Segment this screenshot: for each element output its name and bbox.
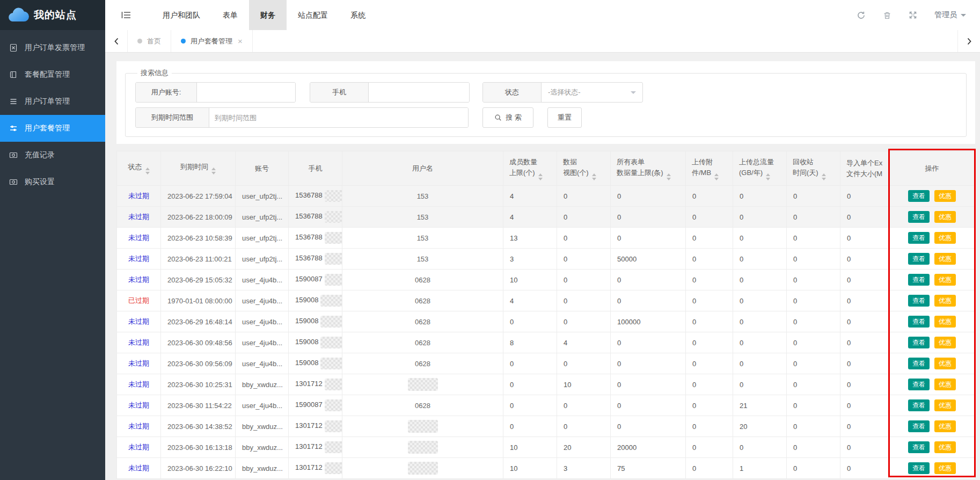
cell-expire: 2023-06-22 17:59:04 (161, 186, 236, 207)
table-row: 未过期2023-06-23 11:00:21user_ufp2tj...1536… (117, 249, 976, 270)
daterange-input[interactable] (209, 108, 468, 127)
nav-tab-2[interactable]: 表单 (211, 0, 249, 30)
sort-icon[interactable] (766, 173, 770, 180)
status-select[interactable]: -选择状态- (542, 83, 642, 102)
view-button[interactable]: 查看 (908, 420, 930, 432)
view-button[interactable]: 查看 (908, 295, 930, 307)
discount-button[interactable]: 优惠 (934, 399, 956, 411)
cell-expire: 2023-06-30 10:25:31 (161, 374, 236, 395)
page-tab-1[interactable]: 首页 (128, 30, 171, 52)
col-header-traffic[interactable]: 上传总流量(GB/年) (733, 151, 787, 186)
page-tab-2[interactable]: 用户套餐管理× (171, 30, 253, 52)
status-field-group: 状态 -选择状态- (482, 82, 643, 103)
discount-button[interactable]: 优惠 (934, 274, 956, 286)
nav-tab-4[interactable]: 站点配置 (287, 0, 339, 30)
cell-username (342, 374, 503, 395)
view-button[interactable]: 查看 (908, 337, 930, 348)
phone-text: 159008 (295, 296, 318, 304)
view-button[interactable]: 查看 (908, 190, 930, 202)
sort-icon[interactable] (667, 173, 671, 180)
view-button[interactable]: 查看 (908, 358, 930, 369)
page-tab-label: 首页 (147, 37, 161, 46)
cell-views: 0 (557, 311, 611, 332)
table-row: 未过期2023-06-30 10:25:31bby_xwduz...130171… (117, 374, 976, 395)
cell-traffic: 21 (733, 395, 787, 416)
discount-button[interactable]: 优惠 (934, 441, 956, 453)
sidebar-item-3[interactable]: 用户订单管理 (0, 88, 105, 115)
cell-username: 153 (342, 186, 503, 207)
view-button[interactable]: 查看 (908, 211, 930, 223)
sidebar-item-1[interactable]: 用户订单发票管理 (0, 34, 105, 61)
cell-importsize: 0 (840, 458, 889, 479)
view-button[interactable]: 查看 (908, 441, 930, 453)
col-header-views[interactable]: 数据视图(个) (557, 151, 611, 186)
col-header-status[interactable]: 状态 (117, 151, 161, 186)
phone-input[interactable] (369, 83, 469, 102)
refresh-icon[interactable] (857, 11, 866, 20)
sort-icon[interactable] (822, 173, 826, 180)
cell-attach: 0 (686, 437, 733, 458)
discount-button[interactable]: 优惠 (934, 358, 956, 369)
view-button[interactable]: 查看 (908, 274, 930, 286)
view-button[interactable]: 查看 (908, 253, 930, 265)
sort-icon[interactable] (592, 173, 596, 180)
cell-expire: 1970-01-01 08:00:00 (161, 290, 236, 311)
cell-status: 未过期 (117, 270, 161, 290)
nav-tab-3[interactable]: 财务 (249, 0, 287, 30)
logo[interactable]: 我的站点 (0, 0, 105, 30)
col-header-expire[interactable]: 到期时间 (161, 151, 236, 186)
sidebar-item-5[interactable]: 充值记录 (0, 142, 105, 169)
discount-button[interactable]: 优惠 (934, 337, 956, 348)
view-button[interactable]: 查看 (908, 399, 930, 411)
sort-icon[interactable] (538, 173, 543, 180)
discount-button[interactable]: 优惠 (934, 295, 956, 307)
phone-text: 159008 (295, 338, 318, 346)
view-button[interactable]: 查看 (908, 379, 930, 390)
col-header-datalimit[interactable]: 所有表单数据量上限(条) (611, 151, 686, 186)
table-row: 未过期2023-06-30 09:56:09user_4ju4b...15900… (117, 353, 976, 374)
cell-traffic: 0 (733, 270, 787, 290)
discount-button[interactable]: 优惠 (934, 190, 956, 202)
discount-button[interactable]: 优惠 (934, 211, 956, 223)
cell-attach: 0 (686, 228, 733, 249)
sidebar-item-4[interactable]: 用户套餐管理 (0, 115, 105, 142)
cell-recycle: 0 (787, 207, 840, 228)
view-button[interactable]: 查看 (908, 462, 930, 474)
status-field-label: 状态 (483, 83, 542, 102)
discount-button[interactable]: 优惠 (934, 462, 956, 474)
sidebar-item-6[interactable]: 购买设置 (0, 169, 105, 195)
sort-icon[interactable] (145, 168, 150, 174)
nav-tab-1[interactable]: 用户和团队 (151, 0, 211, 30)
discount-button[interactable]: 优惠 (934, 316, 956, 328)
tabs-scroll-left-icon[interactable] (105, 30, 128, 52)
tab-close-icon[interactable]: × (238, 37, 243, 45)
discount-button[interactable]: 优惠 (934, 253, 956, 265)
nav-tab-5[interactable]: 系统 (339, 0, 377, 30)
sort-icon[interactable] (211, 168, 216, 174)
cell-members: 0 (503, 374, 557, 395)
menu-fold-icon[interactable] (121, 11, 131, 19)
cell-views: 0 (557, 353, 611, 374)
discount-button[interactable]: 优惠 (934, 232, 956, 244)
user-menu[interactable]: 管理员 (934, 10, 966, 20)
view-button[interactable]: 查看 (908, 232, 930, 244)
cell-expire: 2023-06-23 10:58:39 (161, 228, 236, 249)
expand-icon[interactable] (909, 11, 917, 19)
trash-icon[interactable] (883, 11, 891, 20)
sort-icon[interactable] (714, 173, 719, 180)
col-header-recycle[interactable]: 回收站时间(天) (787, 151, 840, 186)
account-input[interactable] (197, 83, 295, 102)
search-button[interactable]: 搜 索 (482, 107, 533, 128)
cell-recycle: 0 (787, 416, 840, 437)
tabs-scroll-right-icon[interactable] (957, 30, 980, 52)
cell-datalimit: 75 (611, 458, 686, 479)
sidebar-item-2[interactable]: 套餐配置管理 (0, 61, 105, 88)
col-header-members[interactable]: 成员数量上限(个) (503, 151, 557, 186)
view-button[interactable]: 查看 (908, 316, 930, 328)
col-header-attach[interactable]: 上传附件/MB (686, 151, 733, 186)
search-row-1: 用户账号: 手机 状态 -选择状态- (135, 82, 956, 103)
discount-button[interactable]: 优惠 (934, 420, 956, 432)
reset-button[interactable]: 重置 (547, 107, 582, 128)
sidebar-item-label: 用户订单发票管理 (25, 43, 85, 53)
discount-button[interactable]: 优惠 (934, 379, 956, 390)
